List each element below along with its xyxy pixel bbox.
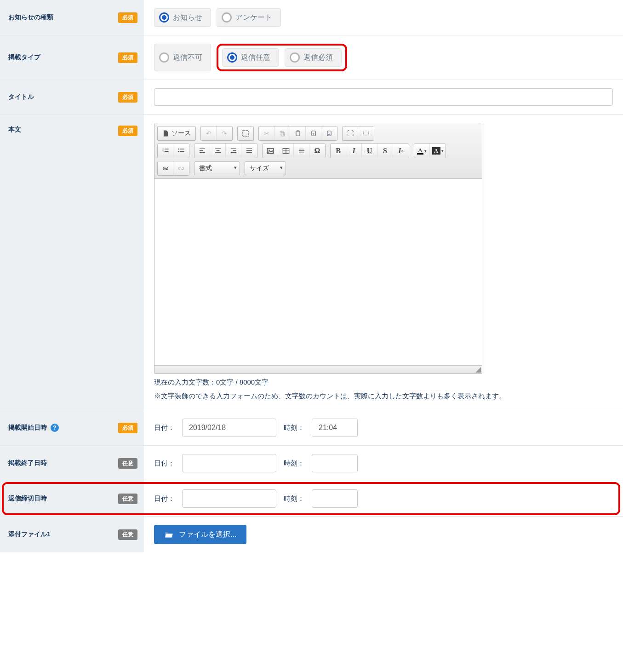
tb-group-selectall xyxy=(237,126,254,141)
svg-point-16 xyxy=(178,151,179,152)
text-color-button[interactable]: A ▾ xyxy=(414,144,430,158)
radio-group-post-type: 返信不可 返信任意 返信必須 xyxy=(154,44,347,71)
undo-button[interactable]: ↶ xyxy=(201,126,217,140)
label-post-type-text: 掲載タイプ xyxy=(8,53,40,62)
redo-button[interactable]: ↷ xyxy=(217,126,232,140)
paste-text-icon: T xyxy=(310,130,317,137)
maximize-button[interactable]: ⛶ xyxy=(343,126,358,140)
image-button[interactable] xyxy=(263,144,278,158)
label-post-type: 掲載タイプ 必須 xyxy=(0,35,144,80)
hr-button[interactable] xyxy=(294,144,309,158)
svg-rect-2 xyxy=(281,132,284,136)
start-date-fields: 日付： 時刻： xyxy=(154,419,358,437)
radio-icon xyxy=(159,52,169,63)
svg-text:T: T xyxy=(312,133,314,136)
start-time-input[interactable] xyxy=(312,419,358,437)
toolbar-row-2: 12 xyxy=(157,144,479,158)
paste-word-icon: W xyxy=(326,130,332,137)
tb-group-source: ソース xyxy=(157,126,196,141)
unlink-icon xyxy=(177,166,185,171)
radio-icon xyxy=(159,12,169,23)
time-label: 時刻： xyxy=(284,424,304,432)
italic-button[interactable]: I xyxy=(346,144,362,158)
svg-text:2: 2 xyxy=(162,150,164,153)
radio-reply-required[interactable]: 返信必須 xyxy=(285,48,342,67)
remove-format-button[interactable]: I× xyxy=(393,144,409,158)
bg-color-button[interactable]: A ▾ xyxy=(430,144,446,158)
link-button[interactable] xyxy=(158,161,173,175)
bold-button[interactable]: B xyxy=(331,144,346,158)
showblocks-button[interactable] xyxy=(358,126,374,140)
control-start-date: 日付： 時刻： xyxy=(144,410,623,445)
paste-word-button[interactable]: W xyxy=(321,126,337,140)
align-justify-button[interactable] xyxy=(241,144,257,158)
badge-optional: 任意 xyxy=(118,458,137,469)
size-select[interactable]: サイズ xyxy=(245,161,286,175)
tb-group-link xyxy=(157,161,189,176)
strike-button[interactable]: S xyxy=(377,144,393,158)
time-label: 時刻： xyxy=(284,459,304,468)
toolbar-row-3: 書式 サイズ xyxy=(157,161,479,176)
paste-text-button[interactable]: T xyxy=(306,126,321,140)
help-icon[interactable]: ? xyxy=(51,424,59,432)
svg-point-14 xyxy=(178,149,179,150)
control-end-date: 日付： 時刻： xyxy=(144,446,623,481)
align-center-button[interactable] xyxy=(210,144,226,158)
reply-date-input[interactable] xyxy=(182,489,276,508)
row-end-date: 掲載終了日時 任意 日付： 時刻： xyxy=(0,446,623,481)
align-right-button[interactable] xyxy=(226,144,241,158)
radio-survey[interactable]: アンケート xyxy=(217,8,281,27)
cut-button[interactable]: ✂ xyxy=(259,126,274,140)
radio-reply-optional[interactable]: 返信任意 xyxy=(222,48,279,67)
editor-content[interactable] xyxy=(154,179,482,365)
svg-rect-9 xyxy=(364,131,369,136)
end-time-input[interactable] xyxy=(312,454,358,472)
title-input[interactable] xyxy=(154,88,613,106)
tb-group-maximize: ⛶ xyxy=(342,126,374,141)
copy-button[interactable] xyxy=(274,126,290,140)
char-count-note: ※文字装飾のできる入力フォームのため、文字数のカウントは、実際に入力した文字数よ… xyxy=(154,391,506,402)
unlink-button[interactable] xyxy=(173,161,189,175)
source-button[interactable]: ソース xyxy=(158,126,195,140)
radio-no-reply[interactable]: 返信不可 xyxy=(154,44,211,71)
label-title-text: タイトル xyxy=(8,93,34,101)
end-date-input[interactable] xyxy=(182,454,276,472)
svg-text:1: 1 xyxy=(162,148,164,150)
control-title xyxy=(144,80,623,114)
radio-label: お知らせ xyxy=(173,13,202,23)
editor-resize-handle[interactable]: ◢ xyxy=(154,365,482,373)
paste-icon xyxy=(295,130,301,137)
start-date-input[interactable] xyxy=(182,419,276,437)
control-body: ソース ↶ ↷ ✂ xyxy=(144,115,623,410)
svg-rect-4 xyxy=(297,131,299,132)
radio-label: 返信必須 xyxy=(303,53,333,63)
tb-group-lists: 12 xyxy=(157,144,189,158)
file-select-button[interactable]: ファイルを選択... xyxy=(154,525,246,544)
control-reply-deadline: 日付： 時刻： xyxy=(144,481,623,516)
paste-button[interactable] xyxy=(290,126,306,140)
align-center-icon xyxy=(214,147,222,155)
badge-required: 必須 xyxy=(118,52,137,63)
tb-group-history: ↶ ↷ xyxy=(200,126,233,141)
format-select[interactable]: 書式 xyxy=(194,161,240,175)
tb-group-color: A ▾ A ▾ xyxy=(414,144,446,158)
underline-button[interactable]: U xyxy=(362,144,377,158)
reply-time-input[interactable] xyxy=(312,489,358,508)
source-label: ソース xyxy=(171,129,191,138)
table-button[interactable] xyxy=(278,144,294,158)
folder-open-icon xyxy=(164,531,173,538)
align-left-icon xyxy=(199,147,206,155)
numbered-list-button[interactable]: 12 xyxy=(158,144,173,158)
selectall-button[interactable] xyxy=(238,126,253,140)
badge-required: 必須 xyxy=(118,423,137,433)
align-left-button[interactable] xyxy=(194,144,210,158)
selectall-icon xyxy=(242,130,249,137)
radio-notice[interactable]: お知らせ xyxy=(154,8,211,27)
label-type-text: お知らせの種類 xyxy=(8,13,53,22)
date-label: 日付： xyxy=(154,459,175,468)
date-label: 日付： xyxy=(154,424,175,432)
bullet-list-button[interactable] xyxy=(173,144,189,158)
radio-label: 返信不可 xyxy=(173,53,202,63)
special-char-button[interactable]: Ω xyxy=(309,144,325,158)
tb-group-textstyle: B I U S I× xyxy=(330,144,409,158)
